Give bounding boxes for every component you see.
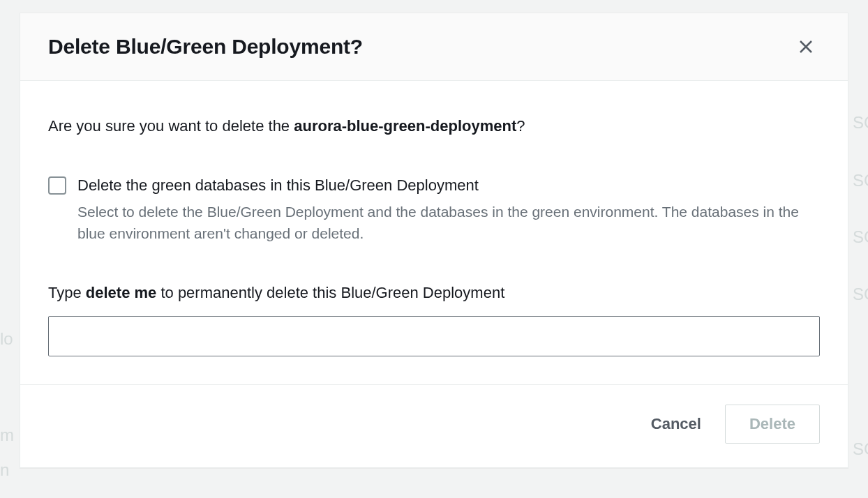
confirm-prefix: Are you sure you want to delete the — [48, 117, 294, 135]
type-instruction: Type delete me to permanently delete thi… — [48, 282, 820, 304]
delete-deployment-modal: Delete Blue/Green Deployment? Are you su… — [20, 13, 848, 468]
bg-hint: SC — [853, 439, 868, 459]
bg-hint: SC — [853, 171, 868, 190]
close-button[interactable] — [792, 33, 820, 61]
deployment-name: aurora-blue-green-deployment — [294, 117, 516, 135]
type-instruction-suffix: to permanently delete this Blue/Green De… — [156, 284, 504, 301]
delete-green-checkbox[interactable] — [48, 176, 66, 195]
checkbox-label: Delete the green databases in this Blue/… — [77, 175, 820, 197]
close-icon — [798, 38, 814, 55]
checkbox-help: Select to delete the Blue/Green Deployme… — [77, 201, 820, 245]
bg-hint: m — [0, 425, 14, 445]
confirm-delete-input[interactable] — [48, 316, 820, 356]
type-instruction-keyword: delete me — [86, 284, 157, 301]
confirm-text: Are you sure you want to delete the auro… — [48, 116, 820, 137]
delete-button[interactable]: Delete — [725, 405, 820, 444]
confirm-suffix: ? — [516, 117, 525, 135]
modal-title: Delete Blue/Green Deployment? — [48, 35, 363, 59]
modal-body: Are you sure you want to delete the auro… — [20, 81, 848, 384]
bg-hint: lo — [0, 329, 13, 349]
modal-header: Delete Blue/Green Deployment? — [20, 13, 848, 81]
cancel-button[interactable]: Cancel — [644, 405, 708, 443]
modal-footer: Cancel Delete — [20, 384, 848, 467]
type-instruction-prefix: Type — [48, 284, 86, 301]
bg-hint: SC — [853, 113, 868, 133]
bg-hint: SC — [853, 227, 868, 247]
checkbox-content: Delete the green databases in this Blue/… — [77, 175, 820, 245]
delete-green-checkbox-row: Delete the green databases in this Blue/… — [48, 175, 820, 245]
bg-hint: SC — [853, 285, 868, 304]
bg-hint: n — [0, 460, 9, 480]
